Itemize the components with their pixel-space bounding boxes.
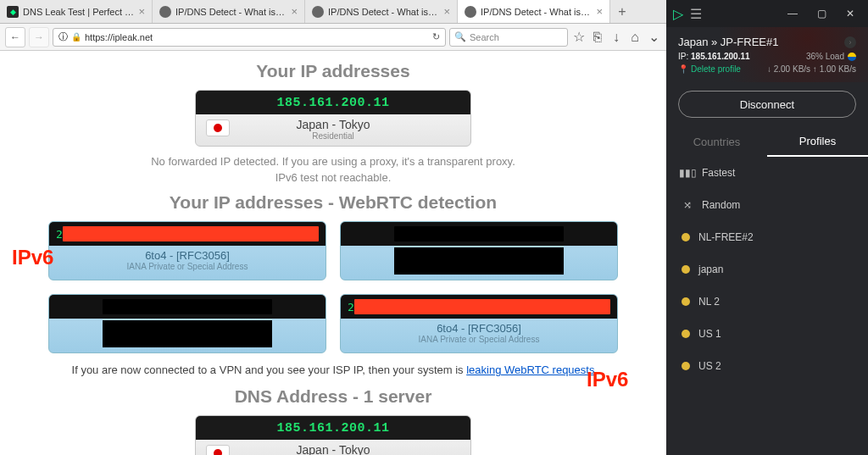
favicon-icon [465, 6, 476, 18]
webrtc-card: 2 6to4 - [RFC3056] IANA Private or Speci… [340, 294, 618, 353]
rtc-prefix: 2 [49, 228, 63, 241]
delete-profile-link[interactable]: 📍Delete profile [678, 64, 741, 74]
pin-icon: 📍 [678, 64, 688, 74]
close-icon[interactable]: × [291, 5, 298, 18]
ip-type: Residential [196, 131, 470, 141]
flag-dot-icon [848, 53, 856, 61]
profile-item[interactable]: japan [666, 253, 868, 286]
ipv6-text: IPv6 test not reachable. [0, 171, 666, 184]
tab-profiles[interactable]: Profiles [767, 126, 868, 157]
ip-location: Japan - Tokyo [196, 118, 470, 131]
lock-icon: 🔒 [71, 32, 81, 42]
chevron-right-icon: › [844, 36, 856, 48]
redacted-box [394, 247, 564, 275]
url-input[interactable]: ⓘ 🔒 https://ipleak.net ↻ [53, 28, 446, 47]
signal-icon: ▮▮▯ [682, 167, 693, 179]
ip-card: 185.161.200.11 Japan - Tokyo Residential [195, 90, 471, 147]
profile-item[interactable]: US 2 [666, 350, 868, 382]
status-dot-icon [682, 265, 690, 274]
profile-item[interactable]: NL-FREE#2 [666, 221, 868, 253]
section-webrtc-heading: Your IP addresses - WebRTC detection [0, 192, 666, 213]
vpn-titlebar: ▷ ☰ — ▢ ✕ [666, 0, 868, 27]
tab-title: IP/DNS Detect - What is you [175, 7, 287, 17]
tab-title: IP/DNS Detect - What is you [328, 7, 439, 17]
refresh-icon[interactable]: ↻ [432, 31, 440, 42]
close-icon[interactable]: × [596, 5, 603, 18]
webrtc-card [48, 294, 326, 353]
profile-item-random[interactable]: ⤨Random [666, 189, 868, 221]
flag-japan-icon [206, 119, 230, 136]
search-icon: 🔍 [454, 31, 466, 42]
redacted-bar [394, 226, 564, 241]
pocket-icon[interactable]: ⌄ [646, 30, 661, 45]
section-dns-heading: DNS Address - 1 server [0, 386, 666, 407]
search-input[interactable]: 🔍 Search [449, 28, 568, 47]
webrtc-card [340, 221, 618, 280]
status-dot-icon [682, 330, 690, 338]
tab-active[interactable]: IP/DNS Detect - What is you× [458, 0, 610, 23]
vpn-logo-icon: ▷ [673, 6, 683, 22]
status-dot-icon [682, 362, 690, 370]
profile-item-fastest[interactable]: ▮▮▯Fastest [666, 157, 868, 189]
leak-warning: If you are now connected to a VPN and yo… [0, 363, 666, 376]
tab[interactable]: IP/DNS Detect - What is you× [305, 0, 458, 23]
webrtc-grid: 2 6to4 - [RFC3056] IANA Private or Speci… [0, 221, 666, 353]
bookmark-icon[interactable]: ☆ [571, 30, 587, 45]
redacted-box [103, 320, 272, 347]
tab-title: DNS Leak Test | Perfect Privacy [23, 7, 134, 17]
redacted-bar [63, 226, 319, 241]
download-icon[interactable]: ↓ [609, 30, 624, 45]
redacted-bar [103, 299, 272, 314]
new-tab-button[interactable]: + [610, 0, 634, 23]
vpn-location: Japan » JP-FREE#1 [678, 36, 779, 48]
rtc-prefix: 2 [341, 301, 354, 314]
disconnect-button[interactable]: Disconnect [678, 91, 856, 118]
close-button[interactable]: ✕ [839, 4, 861, 23]
home-icon[interactable]: ⌂ [627, 30, 643, 45]
rtc-sub: IANA Private or Special Address [341, 335, 617, 344]
vpn-tabs: Countries Profiles [666, 126, 868, 157]
webrtc-card: 2 6to4 - [RFC3056] IANA Private or Speci… [48, 221, 326, 280]
search-placeholder: Search [470, 32, 499, 42]
profile-item[interactable]: US 1 [666, 318, 868, 350]
back-button[interactable]: ← [5, 27, 25, 47]
favicon-icon: ◆ [7, 6, 19, 18]
leak-link[interactable]: leaking WebRTC requests [466, 363, 594, 376]
vpn-ip: IP: 185.161.200.11 [678, 52, 750, 61]
leak-text: If you are now connected to a VPN and yo… [72, 363, 467, 376]
profile-item[interactable]: NL 2 [666, 286, 868, 318]
dns-location: Japan - Tokyo [196, 443, 470, 455]
info-icon[interactable]: ⓘ [58, 31, 68, 43]
ipv6-annotation: IPv6 [12, 246, 53, 269]
forward-button[interactable]: → [29, 27, 49, 47]
close-icon[interactable]: × [443, 5, 450, 18]
ipv6-annotation: IPv6 [587, 368, 628, 391]
redacted-bar [354, 299, 610, 314]
tab[interactable]: ◆DNS Leak Test | Perfect Privacy× [0, 0, 153, 23]
tab-countries[interactable]: Countries [666, 126, 767, 157]
hamburger-icon[interactable]: ☰ [690, 6, 702, 22]
browser-window: ◆DNS Leak Test | Perfect Privacy× IP/DNS… [0, 0, 666, 455]
profile-list: ▮▮▯Fastest ⤨Random NL-FREE#2 japan NL 2 … [666, 157, 868, 455]
vpn-app-panel: ▷ ☰ — ▢ ✕ Japan » JP-FREE#1 › IP: 185.16… [666, 0, 868, 455]
status-dot-icon [682, 297, 690, 306]
tab-title: IP/DNS Detect - What is you [481, 7, 592, 17]
vpn-load: 36% Load [806, 52, 856, 61]
dns-ip: 185.161.200.11 [196, 416, 470, 440]
rtc-title: 6to4 - [RFC3056] [49, 249, 326, 262]
action-icon[interactable]: ⎘ [590, 30, 605, 45]
maximize-button[interactable]: ▢ [810, 4, 832, 23]
tab[interactable]: IP/DNS Detect - What is you× [153, 0, 305, 23]
minimize-button[interactable]: — [782, 4, 804, 23]
page-content: Your IP addresses 185.161.200.11 Japan -… [0, 51, 666, 455]
vpn-speed: ↓ 2.00 KB/s ↑ 1.00 KB/s [767, 64, 856, 74]
vpn-location-row[interactable]: Japan » JP-FREE#1 › [678, 36, 856, 48]
dns-card: 185.161.200.11 Japan - Tokyo [195, 415, 471, 455]
shuffle-icon: ⤨ [682, 199, 693, 211]
rtc-sub: IANA Private or Special Address [49, 262, 326, 271]
close-icon[interactable]: × [138, 5, 145, 18]
status-dot-icon [682, 233, 690, 241]
forwarded-text: No forwarded IP detected. If you are usi… [0, 155, 666, 168]
rtc-title: 6to4 - [RFC3056] [341, 322, 617, 335]
ip-value: 185.161.200.11 [196, 91, 470, 114]
